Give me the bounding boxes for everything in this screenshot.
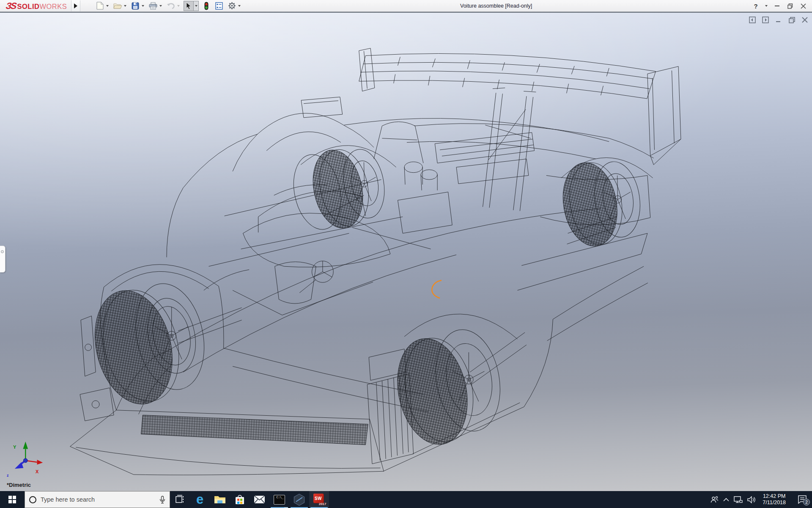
orientation-triad[interactable] (15, 442, 43, 469)
caret-down-icon (124, 5, 126, 7)
minimize-icon (776, 17, 782, 23)
store-icon (235, 494, 245, 505)
selected-edge-highlight[interactable] (432, 280, 442, 298)
panel-tab-dot-icon (1, 250, 4, 253)
solidworks-2017-button[interactable]: SW 2017 (309, 491, 329, 508)
document-window-controls (749, 16, 809, 24)
solidworks-logo-glyph: ЗS (5, 1, 16, 11)
taskbar-search[interactable] (25, 491, 170, 508)
graphics-viewport[interactable]: Y X z *Dimetric (0, 12, 812, 491)
system-tray: 12:42 PM 7/11/2018 2 (710, 491, 812, 508)
pane-previous-button[interactable] (749, 16, 756, 24)
car-wireframe-model[interactable] (0, 13, 812, 491)
undo-arrow-icon (167, 3, 175, 9)
pane-right-icon (762, 17, 769, 23)
menu-flyout-button[interactable] (71, 0, 80, 11)
axis-x-label: X (36, 469, 38, 474)
start-button[interactable] (0, 491, 25, 508)
clock-date: 7/11/2018 (763, 500, 786, 506)
mail-icon (254, 495, 265, 504)
select-tool-button[interactable] (184, 1, 194, 11)
hexagon-cad-app-button[interactable] (289, 491, 309, 508)
tray-overflow-button[interactable] (723, 498, 729, 502)
minimize-icon (775, 6, 779, 6)
people-icon (710, 496, 719, 503)
open-dropdown[interactable] (123, 1, 128, 11)
flyout-arrow-icon (74, 3, 77, 8)
quick-access-toolbar (95, 0, 244, 12)
close-button[interactable] (798, 0, 808, 11)
restore-icon (787, 3, 793, 9)
taskbar-clock[interactable]: 12:42 PM 7/11/2018 (763, 493, 786, 506)
cortana-icon (29, 496, 36, 503)
action-center: 2 (798, 495, 807, 504)
document-minimize-button[interactable] (775, 16, 782, 24)
clock-time: 12:42 PM (763, 493, 786, 500)
print-button[interactable] (148, 1, 158, 11)
pane-next-button[interactable] (762, 16, 769, 24)
restore-icon (789, 17, 795, 23)
save-floppy-icon (132, 2, 139, 10)
window-controls: ? (751, 0, 808, 12)
gear-icon (228, 2, 236, 10)
save-dropdown[interactable] (140, 1, 145, 11)
print-icon (149, 2, 157, 10)
network-button[interactable] (734, 496, 743, 503)
task-view-button[interactable] (170, 491, 190, 508)
command-prompt-icon: C:\_ (274, 495, 285, 505)
file-explorer-icon (214, 495, 226, 505)
print-dropdown[interactable] (158, 1, 163, 11)
pane-left-icon (749, 17, 756, 23)
edge-icon: e (196, 494, 203, 505)
close-icon (801, 3, 806, 9)
solidworks-window: ЗS SOLID WORKS (0, 0, 812, 508)
chevron-up-icon (723, 498, 729, 502)
caret-down-icon (159, 5, 162, 7)
display-pane-icon (215, 2, 223, 10)
open-button[interactable] (112, 1, 123, 11)
caret-down-icon (238, 5, 241, 7)
document-close-button[interactable] (801, 16, 809, 24)
caret-down-icon (106, 5, 109, 7)
select-tool-dropdown[interactable] (194, 1, 199, 11)
new-document-button[interactable] (95, 1, 105, 11)
people-button[interactable] (710, 496, 719, 503)
display-pane-button[interactable] (214, 1, 224, 11)
titlebar: ЗS SOLID WORKS (0, 0, 812, 12)
caret-down-icon (195, 5, 198, 7)
solidworks-2017-icon: SW 2017 (313, 494, 326, 505)
options-dropdown[interactable] (237, 1, 242, 11)
undo-button[interactable] (166, 1, 176, 11)
options-button[interactable] (227, 1, 237, 11)
mail-button[interactable] (250, 491, 269, 508)
undo-dropdown[interactable] (176, 1, 181, 11)
microphone-icon[interactable] (159, 496, 165, 504)
interference-detection-button[interactable] (201, 1, 211, 11)
axis-z-label: z (7, 473, 9, 478)
caret-down-icon (142, 5, 144, 7)
axis-y-label: Y (13, 444, 16, 450)
brand-works: WORKS (39, 3, 67, 11)
open-folder-icon (113, 2, 122, 9)
search-input[interactable] (41, 496, 155, 503)
microsoft-store-button[interactable] (230, 491, 250, 508)
notification-badge: 2 (803, 499, 810, 505)
restore-button[interactable] (785, 0, 795, 11)
volume-button[interactable] (747, 496, 756, 503)
save-button[interactable] (130, 1, 140, 11)
windows-taskbar: e C:\_ SW 2017 (0, 491, 812, 508)
car-wireframe-lines[interactable] (70, 48, 681, 475)
help-dropdown[interactable] (764, 0, 768, 11)
file-explorer-button[interactable] (210, 491, 230, 508)
document-restore-button[interactable] (788, 16, 796, 24)
help-button[interactable]: ? (751, 0, 760, 11)
close-icon (802, 17, 808, 23)
new-document-dropdown[interactable] (105, 1, 110, 11)
edge-browser-button[interactable]: e (190, 491, 210, 508)
feature-manager-collapsed-tab[interactable] (0, 246, 5, 273)
minimize-button[interactable] (772, 0, 782, 11)
windows-logo-icon (8, 496, 16, 503)
speaker-icon (747, 496, 756, 503)
command-prompt-button[interactable]: C:\_ (269, 491, 289, 508)
brand-solid: SOLID (17, 3, 40, 11)
